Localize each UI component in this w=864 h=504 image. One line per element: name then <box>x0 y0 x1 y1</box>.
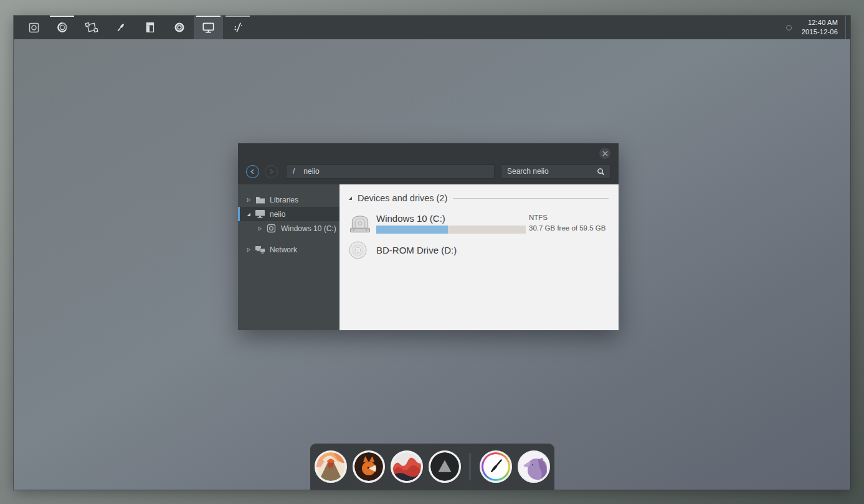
window-body: Libraries neiio <box>238 184 619 330</box>
folder-icon <box>255 196 265 204</box>
bear-icon <box>520 452 548 481</box>
drive-main: BD-ROM Drive (D:) <box>376 245 528 255</box>
drive-usage-bar <box>376 226 526 234</box>
dock-item-triangle[interactable] <box>429 450 461 483</box>
drive-name: Windows 10 (C:) <box>376 213 528 224</box>
mountains-icon <box>392 452 421 481</box>
sidebar-item-windows-c[interactable]: Windows 10 (C:) <box>238 221 339 235</box>
search-box[interactable] <box>501 164 610 179</box>
breadcrumb-root[interactable]: / <box>293 167 295 176</box>
forward-button[interactable] <box>265 165 278 178</box>
drive-item-bdrom[interactable]: BD-ROM Drive (D:) <box>348 240 609 260</box>
script-prompt-icon <box>231 21 245 34</box>
sidebar-item-label: neiio <box>270 210 285 219</box>
drive-details: NTFS 30.7 GB free of 59.5 GB <box>528 212 609 234</box>
sidebar-item-label: Libraries <box>270 196 298 204</box>
group-header-label: Devices and drives (2) <box>358 193 447 203</box>
chevron-right-icon <box>268 169 274 174</box>
group-header-rule <box>453 198 609 199</box>
drive-name: BD-ROM Drive (D:) <box>376 245 528 255</box>
file-explorer-window: / neiio <box>238 143 619 330</box>
expander-collapsed-icon[interactable] <box>244 197 253 202</box>
window-titlebar[interactable] <box>238 143 619 162</box>
expander-collapsed-icon[interactable] <box>244 247 253 252</box>
system-drive-icon <box>266 224 277 233</box>
launcher-button[interactable] <box>20 16 47 39</box>
sidebar-item-libraries[interactable]: Libraries <box>238 193 339 207</box>
taskbar-clock[interactable]: 12:40 AM 2015-12-06 <box>802 18 845 37</box>
brush-icon <box>114 21 128 34</box>
group-expanded-icon[interactable] <box>348 196 353 201</box>
taskbar-item-chrome[interactable] <box>47 16 77 39</box>
optical-disc-icon <box>348 240 376 260</box>
expander-collapsed-icon[interactable] <box>255 226 264 231</box>
show-desktop-divider[interactable] <box>845 16 846 39</box>
clock-date: 2015-12-06 <box>802 27 838 37</box>
sidebar-item-network[interactable]: Network <box>238 242 339 257</box>
computer-icon <box>255 209 265 219</box>
rainbow-clock-icon <box>482 452 510 481</box>
devices-group-header[interactable]: Devices and drives (2) <box>348 193 609 203</box>
address-bar[interactable]: / neiio <box>286 164 495 179</box>
taskbar-item-file-explorer[interactable] <box>194 16 223 39</box>
sidebar-item-label: Network <box>270 245 297 254</box>
drive-list: Windows 10 (C:) NTFS 30.7 GB free of 59.… <box>348 212 609 260</box>
back-button[interactable] <box>246 165 259 178</box>
sidebar-item-label: Windows 10 (C:) <box>281 224 336 233</box>
taskbar-app-tiles <box>14 16 252 39</box>
dock-item-fox[interactable] <box>353 450 385 483</box>
running-indicator <box>225 16 250 17</box>
screenshot-frame: 12:40 AM 2015-12-06 <box>0 0 864 504</box>
taskbar-tray: 12:40 AM 2015-12-06 <box>786 16 850 39</box>
drive-free-space: 30.7 GB free of 59.5 GB <box>529 223 609 234</box>
dock-separator <box>470 453 470 480</box>
network-icon <box>255 245 265 254</box>
close-icon <box>602 151 608 156</box>
volcano-icon <box>316 452 345 481</box>
taskbar-item-brush[interactable] <box>106 16 135 39</box>
tray-status-icon[interactable] <box>786 25 792 31</box>
crop-tool-icon <box>85 21 98 34</box>
disc-icon <box>173 21 186 34</box>
drive-main: Windows 10 (C:) <box>376 213 528 234</box>
fox-icon <box>354 452 383 481</box>
sidebar-item-neiio[interactable]: neiio <box>238 207 339 221</box>
content-pane: Devices and drives (2) <box>339 184 619 330</box>
taskbar: 12:40 AM 2015-12-06 <box>14 16 850 39</box>
navigation-bar: / neiio <box>238 162 619 184</box>
close-button[interactable] <box>599 148 610 159</box>
drawer-icon <box>143 21 157 34</box>
dock-item-bear[interactable] <box>518 450 550 483</box>
running-indicator <box>196 16 221 17</box>
dock-item-mountains[interactable] <box>391 450 423 483</box>
hdd-icon <box>348 213 376 234</box>
chevron-left-icon <box>250 169 255 174</box>
chrome-icon <box>55 21 69 34</box>
dock-item-clock[interactable] <box>480 450 512 483</box>
running-indicator <box>50 16 74 17</box>
drive-usage-fill <box>376 226 448 234</box>
taskbar-item-crop-tool[interactable] <box>77 16 106 39</box>
taskbar-item-file-drawer[interactable] <box>135 16 164 39</box>
taskbar-item-script-editor[interactable] <box>223 16 252 39</box>
taskbar-item-disc[interactable] <box>164 16 194 39</box>
search-input[interactable] <box>507 167 597 176</box>
drive-filesystem: NTFS <box>529 212 609 223</box>
sidebar-tree: Libraries neiio <box>238 184 339 330</box>
breadcrumb-location[interactable]: neiio <box>303 167 319 176</box>
launcher-icon <box>27 21 40 34</box>
dock <box>310 444 554 490</box>
expander-expanded-icon[interactable] <box>244 212 253 217</box>
search-icon <box>597 168 605 176</box>
drive-item-windows-c[interactable]: Windows 10 (C:) NTFS 30.7 GB free of 59.… <box>348 212 609 234</box>
dock-item-volcano[interactable] <box>315 450 347 483</box>
desktop: 12:40 AM 2015-12-06 <box>14 16 850 490</box>
clock-time: 12:40 AM <box>802 18 838 27</box>
triangle-icon <box>430 452 459 481</box>
monitor-icon <box>201 21 216 35</box>
